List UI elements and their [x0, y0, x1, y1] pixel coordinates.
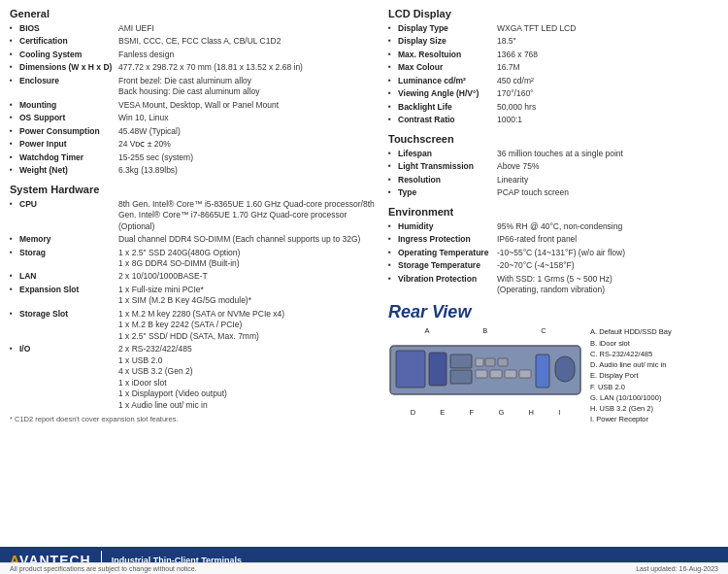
svg-rect-12	[536, 355, 549, 388]
spec-value: 1 x Full-size mini PCIe* 1 x SIM (M.2 B …	[116, 284, 379, 308]
spec-label: Operating Temperature	[388, 247, 495, 259]
spec-value: 24 Vᴅᴄ ± 20%	[116, 138, 379, 151]
left-column: General BIOSAMI UEFICertificationBSMI, C…	[10, 8, 379, 425]
touch-specs-table: Lifespan36 million touches at a single p…	[388, 148, 718, 200]
spec-label: Display Size	[388, 35, 495, 48]
spec-value: 1000:1	[495, 114, 718, 126]
spec-label: Power Consumption	[10, 125, 116, 138]
spec-value: PCAP touch screen	[495, 186, 718, 199]
legend-item: G. LAN (10/100/1000)	[590, 392, 672, 403]
spec-value: -20~70°C (-4~158°F)	[495, 259, 718, 272]
rear-label-bottom: D	[411, 408, 415, 417]
rear-labels-top: ABC	[388, 326, 582, 335]
spec-label: Ingress Protection	[388, 233, 495, 246]
spec-value: 36 million touches at a single point	[495, 148, 718, 160]
right-column: LCD Display Display TypeWXGA TFT LED LCD…	[388, 8, 718, 425]
footnote: * C1D2 report doesn't cover expansion sl…	[10, 415, 379, 423]
svg-rect-9	[490, 370, 502, 378]
spec-label: Cooling System	[10, 49, 116, 61]
spec-value: 1 x 2.5" SSD 240G(480G Option) 1 x 8G DD…	[116, 247, 379, 271]
system-specs-table: CPU8th Gen. Intel® Core™ i5-8365UE 1.60 …	[10, 198, 379, 412]
rear-label-bottom: H	[529, 408, 534, 417]
svg-rect-4	[450, 370, 472, 384]
spec-label: Weight (Net)	[10, 164, 116, 177]
spec-label: Max. Resoltuion	[388, 49, 495, 61]
rear-label-top: A	[424, 326, 429, 335]
svg-rect-13	[555, 356, 575, 382]
last-updated: Last updated: 16-Aug-2023	[636, 565, 718, 572]
spec-value: 2 x RS-232/422/485 1 x USB 2.0 4 x USB 3…	[116, 343, 379, 412]
spec-label: Max Colour	[388, 61, 495, 74]
spec-label: Resolution	[388, 174, 495, 186]
svg-rect-11	[519, 370, 531, 378]
spec-value: 95% RH @ 40°C, non-condensing	[495, 220, 718, 233]
svg-rect-6	[485, 358, 495, 366]
spec-value: 18.5"	[495, 35, 718, 48]
spec-label: Backlight Life	[388, 101, 495, 114]
spec-label: Storag	[10, 247, 116, 271]
rear-legend: A. Default HDD/SSD BayB. iDoor slotC. RS…	[590, 326, 672, 424]
legend-item: A. Default HDD/SSD Bay	[590, 326, 672, 337]
spec-value: Linearity	[495, 174, 718, 186]
spec-value: Dual channel DDR4 SO-DIMM (Each channel …	[116, 233, 379, 246]
spec-label: Viewing Angle (H/V°)	[388, 87, 495, 100]
lcd-title: LCD Display	[388, 8, 718, 19]
lcd-specs-table: Display TypeWXGA TFT LED LCDDisplay Size…	[388, 22, 718, 127]
rear-label-top: B	[482, 326, 487, 335]
svg-rect-2	[429, 353, 447, 386]
svg-rect-1	[396, 351, 425, 388]
spec-label: Enclosure	[10, 75, 116, 99]
disclaimer: All product specifications are subject t…	[10, 565, 197, 572]
spec-label: Storage Slot	[10, 308, 116, 343]
rear-label-bottom: E	[440, 408, 445, 417]
svg-rect-3	[450, 355, 472, 368]
main-content: General BIOSAMI UEFICertificationBSMI, C…	[10, 8, 718, 425]
spec-value: 50,000 hrs	[495, 101, 718, 114]
spec-value: 8th Gen. Intel® Core™ i5-8365UE 1.60 GHz…	[116, 198, 379, 233]
legend-item: B. iDoor slot	[590, 338, 672, 349]
spec-label: Watchdog Timer	[10, 152, 116, 164]
spec-value: 170°/160°	[495, 87, 718, 100]
spec-value: VESA Mount, Desktop, Wall or Panel Mount	[116, 99, 379, 112]
spec-value: 2 x 10/100/1000BASE-T	[116, 270, 379, 283]
spec-value: 45.48W (Typical)	[116, 125, 379, 138]
spec-label: BIOS	[10, 22, 116, 35]
spec-label: Contrast Ratio	[388, 114, 495, 126]
svg-rect-5	[476, 358, 483, 366]
spec-label: Mounting	[10, 99, 116, 112]
page: General BIOSAMI UEFICertificationBSMI, C…	[0, 0, 728, 455]
general-specs-table: BIOSAMI UEFICertificationBSMI, CCC, CE, …	[10, 22, 379, 178]
spec-value: 450 cd/m²	[495, 75, 718, 87]
spec-value: 1 x M.2 M key 2280 (SATA or NVMe PCIe x4…	[116, 308, 379, 343]
env-specs-table: Humidity95% RH @ 40°C, non-condensingIng…	[388, 220, 718, 297]
env-title: Environment	[388, 206, 718, 218]
spec-label: LAN	[10, 270, 116, 283]
legend-item: C. RS-232/422/485	[590, 349, 672, 359]
spec-label: Certification	[10, 35, 116, 48]
spec-label: Expansion Slot	[10, 284, 116, 308]
rear-view-diagram: ABC	[388, 326, 582, 417]
spec-value: IP66-rated front panel	[495, 233, 718, 246]
spec-value: With SSD: 1 Grms (5 ~ 500 Hz) (Operating…	[495, 273, 718, 297]
spec-value: Front bezel: Die cast aluminum alloy Bac…	[116, 75, 379, 99]
system-title: System Hardware	[10, 184, 379, 195]
rear-view-title: Rear View	[388, 302, 718, 322]
touch-title: Touchscreen	[388, 133, 718, 145]
spec-value: -10~55°C (14~131°F) (w/o air flow)	[495, 247, 718, 259]
rear-label-bottom: I	[558, 408, 560, 417]
spec-value: 6.3kg (13.89lbs)	[116, 164, 379, 177]
svg-rect-7	[498, 358, 508, 366]
spec-label: Type	[388, 186, 495, 199]
spec-label: I/O	[10, 343, 116, 412]
legend-item: F. USB 2.0	[590, 382, 672, 392]
spec-value: Above 75%	[495, 160, 718, 173]
spec-value: 16.7M	[495, 61, 718, 74]
spec-value: 1366 x 768	[495, 49, 718, 61]
spec-label: Humidity	[388, 220, 495, 233]
rear-label-bottom: G	[498, 408, 504, 417]
spec-label: Power Input	[10, 138, 116, 151]
spec-label: Memory	[10, 233, 116, 246]
spec-label: OS Support	[10, 112, 116, 124]
rear-labels-bottom: DEFGHI	[388, 408, 582, 417]
rear-label-bottom: F	[470, 408, 475, 417]
